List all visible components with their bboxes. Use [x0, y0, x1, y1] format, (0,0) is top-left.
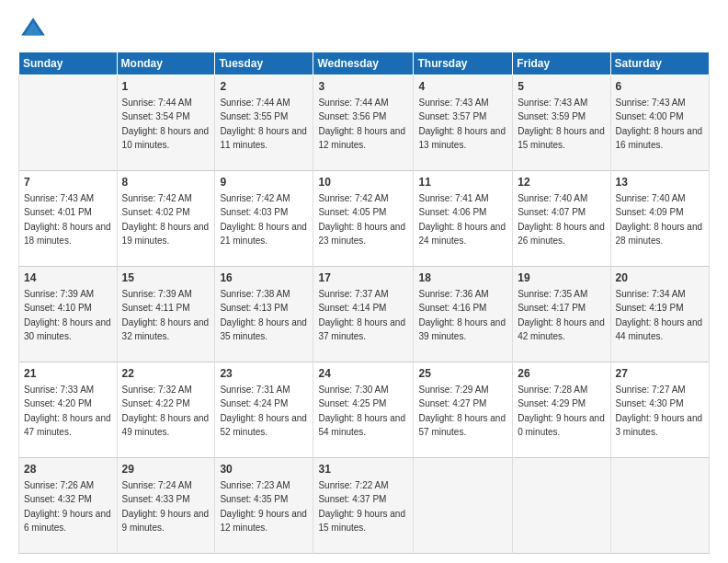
day-info: Sunrise: 7:39 AMSunset: 4:11 PMDaylight:…	[122, 289, 210, 342]
day-info: Sunrise: 7:43 AMSunset: 3:59 PMDaylight:…	[518, 98, 605, 151]
weekday-header-wednesday: Wednesday	[313, 52, 414, 75]
calendar-week-row: 28Sunrise: 7:26 AMSunset: 4:32 PMDayligh…	[19, 458, 710, 554]
calendar-week-row: 1Sunrise: 7:44 AMSunset: 3:54 PMDaylight…	[19, 75, 710, 171]
calendar-cell: 12Sunrise: 7:40 AMSunset: 4:07 PMDayligh…	[513, 171, 610, 267]
calendar-cell: 20Sunrise: 7:34 AMSunset: 4:19 PMDayligh…	[610, 267, 709, 362]
day-number: 19	[518, 270, 605, 286]
weekday-header-sunday: Sunday	[19, 52, 118, 75]
weekday-header-friday: Friday	[513, 52, 610, 75]
calendar-cell: 11Sunrise: 7:41 AMSunset: 4:06 PMDayligh…	[414, 171, 513, 267]
calendar-cell: 24Sunrise: 7:30 AMSunset: 4:25 PMDayligh…	[313, 362, 414, 458]
logo-icon	[18, 15, 48, 44]
day-info: Sunrise: 7:32 AMSunset: 4:22 PMDaylight:…	[122, 385, 210, 438]
day-number: 7	[24, 175, 112, 190]
day-number: 29	[122, 462, 210, 477]
calendar-cell: 8Sunrise: 7:42 AMSunset: 4:02 PMDaylight…	[117, 171, 215, 267]
header	[18, 15, 710, 44]
calendar-cell: 9Sunrise: 7:42 AMSunset: 4:03 PMDaylight…	[215, 171, 313, 267]
calendar-week-row: 21Sunrise: 7:33 AMSunset: 4:20 PMDayligh…	[19, 362, 710, 458]
day-number: 5	[518, 79, 605, 95]
day-info: Sunrise: 7:44 AMSunset: 3:56 PMDaylight:…	[318, 98, 405, 151]
day-number: 25	[418, 366, 507, 382]
day-number: 15	[122, 270, 210, 286]
calendar-cell: 25Sunrise: 7:29 AMSunset: 4:27 PMDayligh…	[414, 362, 513, 458]
weekday-header-monday: Monday	[117, 52, 215, 75]
day-number: 3	[318, 79, 408, 95]
day-info: Sunrise: 7:39 AMSunset: 4:10 PMDaylight:…	[24, 289, 111, 342]
day-info: Sunrise: 7:44 AMSunset: 3:54 PMDaylight:…	[122, 98, 210, 151]
calendar-cell: 16Sunrise: 7:38 AMSunset: 4:13 PMDayligh…	[215, 267, 313, 362]
day-info: Sunrise: 7:33 AMSunset: 4:20 PMDaylight:…	[24, 385, 111, 438]
day-number: 27	[616, 366, 704, 382]
day-number: 1	[122, 79, 210, 95]
calendar-cell: 29Sunrise: 7:24 AMSunset: 4:33 PMDayligh…	[117, 458, 215, 554]
calendar-cell: 3Sunrise: 7:44 AMSunset: 3:56 PMDaylight…	[313, 75, 414, 171]
day-info: Sunrise: 7:40 AMSunset: 4:07 PMDaylight:…	[518, 193, 605, 247]
calendar-cell: 26Sunrise: 7:28 AMSunset: 4:29 PMDayligh…	[513, 362, 610, 458]
day-number: 2	[220, 79, 308, 95]
day-info: Sunrise: 7:38 AMSunset: 4:13 PMDaylight:…	[220, 289, 307, 342]
calendar-cell: 2Sunrise: 7:44 AMSunset: 3:55 PMDaylight…	[215, 75, 313, 171]
day-number: 11	[418, 175, 507, 190]
day-info: Sunrise: 7:26 AMSunset: 4:32 PMDaylight:…	[24, 480, 111, 534]
day-info: Sunrise: 7:22 AMSunset: 4:37 PMDaylight:…	[318, 480, 405, 534]
day-number: 23	[220, 366, 308, 382]
day-number: 9	[220, 175, 308, 190]
calendar-cell: 4Sunrise: 7:43 AMSunset: 3:57 PMDaylight…	[414, 75, 513, 171]
day-number: 21	[24, 366, 112, 382]
page: SundayMondayTuesdayWednesdayThursdayFrid…	[0, 0, 728, 563]
weekday-header-saturday: Saturday	[610, 52, 709, 75]
day-number: 24	[318, 366, 408, 382]
calendar-cell: 14Sunrise: 7:39 AMSunset: 4:10 PMDayligh…	[19, 267, 118, 362]
calendar-cell: 23Sunrise: 7:31 AMSunset: 4:24 PMDayligh…	[215, 362, 313, 458]
calendar-cell: 5Sunrise: 7:43 AMSunset: 3:59 PMDaylight…	[513, 75, 610, 171]
day-info: Sunrise: 7:43 AMSunset: 3:57 PMDaylight:…	[418, 98, 506, 151]
day-info: Sunrise: 7:29 AMSunset: 4:27 PMDaylight:…	[418, 385, 506, 438]
day-number: 13	[616, 175, 704, 190]
weekday-header-tuesday: Tuesday	[215, 52, 313, 75]
day-info: Sunrise: 7:37 AMSunset: 4:14 PMDaylight:…	[318, 289, 405, 342]
day-info: Sunrise: 7:41 AMSunset: 4:06 PMDaylight:…	[418, 193, 506, 247]
day-number: 6	[616, 79, 704, 95]
day-info: Sunrise: 7:36 AMSunset: 4:16 PMDaylight:…	[418, 289, 506, 342]
calendar-cell: 27Sunrise: 7:27 AMSunset: 4:30 PMDayligh…	[610, 362, 709, 458]
calendar-cell	[414, 458, 513, 554]
day-number: 22	[122, 366, 210, 382]
calendar-cell: 13Sunrise: 7:40 AMSunset: 4:09 PMDayligh…	[610, 171, 709, 267]
calendar-cell: 17Sunrise: 7:37 AMSunset: 4:14 PMDayligh…	[313, 267, 414, 362]
calendar-cell	[610, 458, 709, 554]
calendar-cell: 30Sunrise: 7:23 AMSunset: 4:35 PMDayligh…	[215, 458, 313, 554]
day-info: Sunrise: 7:42 AMSunset: 4:05 PMDaylight:…	[318, 193, 405, 247]
day-info: Sunrise: 7:35 AMSunset: 4:17 PMDaylight:…	[518, 289, 605, 342]
calendar-cell: 21Sunrise: 7:33 AMSunset: 4:20 PMDayligh…	[19, 362, 118, 458]
day-number: 17	[318, 270, 408, 286]
calendar-cell: 7Sunrise: 7:43 AMSunset: 4:01 PMDaylight…	[19, 171, 118, 267]
calendar-week-row: 7Sunrise: 7:43 AMSunset: 4:01 PMDaylight…	[19, 171, 710, 267]
day-info: Sunrise: 7:31 AMSunset: 4:24 PMDaylight:…	[220, 385, 307, 438]
day-number: 26	[518, 366, 605, 382]
day-info: Sunrise: 7:43 AMSunset: 4:00 PMDaylight:…	[616, 98, 703, 151]
day-info: Sunrise: 7:42 AMSunset: 4:02 PMDaylight:…	[122, 193, 210, 247]
calendar-cell: 15Sunrise: 7:39 AMSunset: 4:11 PMDayligh…	[117, 267, 215, 362]
day-info: Sunrise: 7:23 AMSunset: 4:35 PMDaylight:…	[220, 480, 307, 534]
calendar-cell: 6Sunrise: 7:43 AMSunset: 4:00 PMDaylight…	[610, 75, 709, 171]
day-info: Sunrise: 7:28 AMSunset: 4:29 PMDaylight:…	[518, 385, 605, 438]
day-info: Sunrise: 7:43 AMSunset: 4:01 PMDaylight:…	[24, 193, 111, 247]
day-info: Sunrise: 7:30 AMSunset: 4:25 PMDaylight:…	[318, 385, 405, 438]
day-info: Sunrise: 7:42 AMSunset: 4:03 PMDaylight:…	[220, 193, 307, 247]
calendar-week-row: 14Sunrise: 7:39 AMSunset: 4:10 PMDayligh…	[19, 267, 710, 362]
calendar-cell: 28Sunrise: 7:26 AMSunset: 4:32 PMDayligh…	[19, 458, 118, 554]
day-info: Sunrise: 7:44 AMSunset: 3:55 PMDaylight:…	[220, 98, 307, 151]
day-number: 4	[418, 79, 507, 95]
calendar-cell	[19, 75, 118, 171]
day-number: 20	[616, 270, 704, 286]
day-number: 28	[24, 462, 112, 477]
calendar-cell: 31Sunrise: 7:22 AMSunset: 4:37 PMDayligh…	[313, 458, 414, 554]
day-number: 12	[518, 175, 605, 190]
calendar-cell: 19Sunrise: 7:35 AMSunset: 4:17 PMDayligh…	[513, 267, 610, 362]
calendar-cell: 1Sunrise: 7:44 AMSunset: 3:54 PMDaylight…	[117, 75, 215, 171]
day-number: 8	[122, 175, 210, 190]
day-info: Sunrise: 7:24 AMSunset: 4:33 PMDaylight:…	[122, 480, 210, 534]
weekday-header-thursday: Thursday	[414, 52, 513, 75]
day-info: Sunrise: 7:34 AMSunset: 4:19 PMDaylight:…	[616, 289, 703, 342]
